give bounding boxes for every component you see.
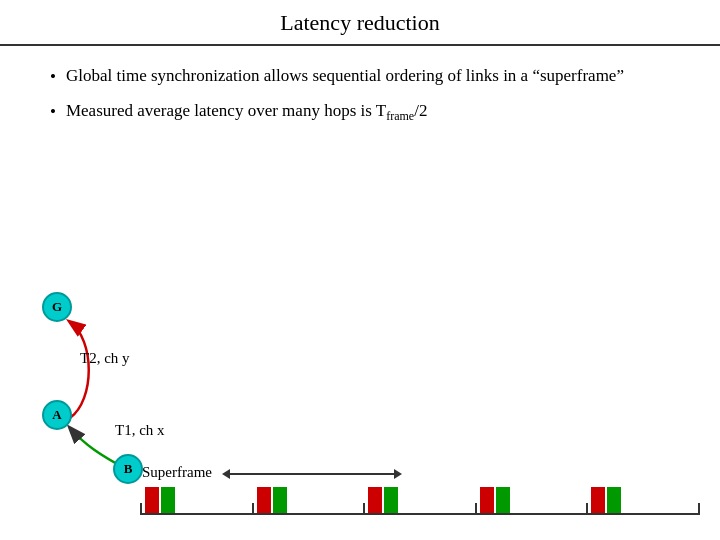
superframe-arrow-left — [222, 469, 230, 479]
baseline — [140, 513, 700, 515]
bullet2-after: /2 — [414, 101, 427, 120]
bullet-text-1: Global time synchronization allows seque… — [66, 64, 680, 88]
block-green-4 — [496, 487, 510, 515]
node-g: G — [42, 292, 72, 322]
bullet-dot-1: • — [50, 65, 56, 89]
blocks-5 — [588, 487, 698, 515]
block-red-3 — [368, 487, 382, 515]
bullet-item-1: • Global time synchronization allows seq… — [50, 64, 680, 89]
superframe-arrow-right — [394, 469, 402, 479]
slide-title: Latency reduction — [0, 0, 720, 46]
block-red-1 — [145, 487, 159, 515]
segment-1 — [140, 487, 252, 515]
superframe-label: Superframe — [142, 464, 212, 481]
node-a: A — [42, 400, 72, 430]
blocks-1 — [142, 487, 252, 515]
content-area: • Global time synchronization allows seq… — [0, 46, 720, 145]
block-green-2 — [273, 487, 287, 515]
bullet2-subscript: frame — [386, 109, 414, 123]
blocks-4 — [477, 487, 587, 515]
arrow-a-to-g — [70, 322, 89, 418]
bullet-dot-2: • — [50, 100, 56, 124]
blocks-2 — [254, 487, 364, 515]
block-red-5 — [591, 487, 605, 515]
timeline-area: Superframe — [140, 464, 700, 515]
bullet-item-2: • Measured average latency over many hop… — [50, 99, 680, 125]
bullet2-before: Measured average latency over many hops … — [66, 101, 386, 120]
title-text: Latency reduction — [280, 10, 439, 35]
diagram-area: G T2, ch y A T1, ch x B Superframe — [0, 260, 720, 520]
label-t2: T2, ch y — [80, 350, 130, 367]
segment-5 — [586, 487, 698, 515]
blocks-3 — [365, 487, 475, 515]
block-green-5 — [607, 487, 621, 515]
node-b: B — [113, 454, 143, 484]
superframe-arrow-line — [230, 473, 394, 475]
block-red-2 — [257, 487, 271, 515]
block-red-4 — [480, 487, 494, 515]
segment-3 — [363, 487, 475, 515]
label-t1: T1, ch x — [115, 422, 165, 439]
bullet-text-2: Measured average latency over many hops … — [66, 99, 680, 125]
segment-4 — [475, 487, 587, 515]
timeline-container — [140, 487, 700, 515]
timeline-ticks-blocks — [140, 487, 700, 515]
segment-2 — [252, 487, 364, 515]
block-green-3 — [384, 487, 398, 515]
block-green-1 — [161, 487, 175, 515]
